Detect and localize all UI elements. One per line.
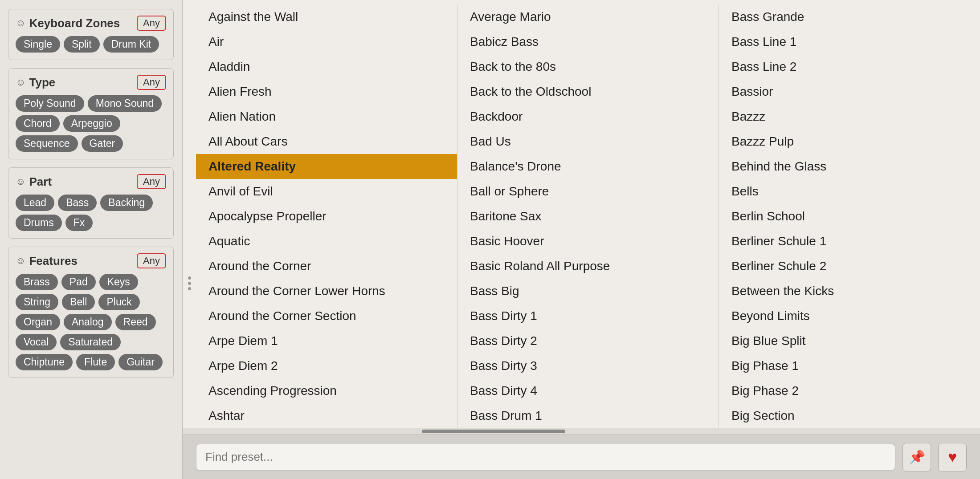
list-item[interactable]: Basic Hoover <box>457 229 719 254</box>
list-item[interactable]: Around the Corner Lower Horns <box>196 279 457 304</box>
list-item[interactable]: Balance's Drone <box>457 154 719 179</box>
list-item[interactable]: Bad Us <box>457 129 719 154</box>
tag-brass[interactable]: Brass <box>16 274 58 290</box>
tag-saturated[interactable]: Saturated <box>60 334 121 350</box>
tag-flute[interactable]: Flute <box>76 354 115 370</box>
tag-pad[interactable]: Pad <box>61 274 96 290</box>
list-item[interactable]: Bass Dirty 3 <box>457 353 719 378</box>
tag-lead[interactable]: Lead <box>16 195 54 211</box>
scroll-bar[interactable] <box>422 430 565 433</box>
list-item[interactable]: Babicz Bass <box>457 29 719 54</box>
list-item[interactable]: Bazzz Pulp <box>719 129 980 154</box>
list-item-selected[interactable]: Altered Reality <box>196 154 457 179</box>
list-item[interactable]: Bass Dirty 1 <box>457 304 719 329</box>
tag-organ[interactable]: Organ <box>16 314 60 330</box>
tag-arpeggio[interactable]: Arpeggio <box>63 115 120 132</box>
tag-gater[interactable]: Gater <box>82 135 123 152</box>
list-item[interactable]: Alien Nation <box>196 104 457 129</box>
part-icon: ☺ <box>16 176 25 187</box>
tag-drum-kit[interactable]: Drum Kit <box>103 36 159 53</box>
preset-column-1: Against the Wall Air Aladdin Alien Fresh… <box>196 4 457 428</box>
list-item[interactable]: Between the Kicks <box>719 279 980 304</box>
list-item[interactable]: Big Section <box>719 403 980 428</box>
list-item[interactable]: Berlin School <box>719 204 980 229</box>
list-item[interactable]: Basic Roland All Purpose <box>457 254 719 279</box>
list-item[interactable]: Aladdin <box>196 54 457 79</box>
list-item[interactable]: Backdoor <box>457 104 719 129</box>
list-item[interactable]: Behind the Glass <box>719 154 980 179</box>
keyboard-zones-tags: Single Split Drum Kit <box>16 36 166 53</box>
list-item[interactable]: Bassior <box>719 79 980 104</box>
list-item[interactable]: Ball or Sphere <box>457 179 719 204</box>
list-item[interactable]: Aquatic <box>196 229 457 254</box>
list-item[interactable]: Ascending Progression <box>196 378 457 403</box>
tag-string[interactable]: String <box>16 294 58 310</box>
tag-keys[interactable]: Keys <box>99 274 138 290</box>
features-icon: ☺ <box>16 255 25 267</box>
drag-handle[interactable] <box>183 4 196 428</box>
list-item[interactable]: Alien Fresh <box>196 79 457 104</box>
list-item[interactable]: Bass Dirty 2 <box>457 329 719 353</box>
list-item[interactable]: Average Mario <box>457 4 719 29</box>
tag-chiptune[interactable]: Chiptune <box>16 354 73 370</box>
list-item[interactable]: Big Phase 1 <box>719 353 980 378</box>
part-title: ☺ Part <box>16 175 52 189</box>
tag-sequence[interactable]: Sequence <box>16 135 78 152</box>
list-item[interactable]: Bass Big <box>457 279 719 304</box>
list-item[interactable]: Bass Grande <box>719 4 980 29</box>
pin-icon: 📌 <box>909 449 925 465</box>
tag-backing[interactable]: Backing <box>100 195 153 211</box>
list-item[interactable]: Bazzz <box>719 104 980 129</box>
tag-reed[interactable]: Reed <box>115 314 156 330</box>
tag-analog[interactable]: Analog <box>64 314 112 330</box>
list-item[interactable]: Back to the Oldschool <box>457 79 719 104</box>
features-any[interactable]: Any <box>137 253 166 268</box>
list-item[interactable]: Bass Line 1 <box>719 29 980 54</box>
type-any[interactable]: Any <box>137 75 166 90</box>
keyboard-zones-any[interactable]: Any <box>137 16 166 31</box>
list-item[interactable]: Arpe Diem 1 <box>196 329 457 353</box>
pin-button[interactable]: 📌 <box>902 443 931 471</box>
tag-bass[interactable]: Bass <box>58 195 97 211</box>
main-content: Against the Wall Air Aladdin Alien Fresh… <box>183 0 980 479</box>
tag-mono-sound[interactable]: Mono Sound <box>88 95 162 112</box>
list-item[interactable]: Berliner Schule 1 <box>719 229 980 254</box>
list-item[interactable]: Arpe Diem 2 <box>196 353 457 378</box>
list-item[interactable]: Big Phase 2 <box>719 378 980 403</box>
list-item[interactable]: Bells <box>719 179 980 204</box>
tag-fx[interactable]: Fx <box>65 215 93 231</box>
list-item[interactable]: Ashtar <box>196 403 457 428</box>
tag-drums[interactable]: Drums <box>16 215 62 231</box>
tag-chord[interactable]: Chord <box>16 115 60 132</box>
list-item[interactable]: Bass Dirty 4 <box>457 378 719 403</box>
keyboard-zones-section: ☺ Keyboard Zones Any Single Split Drum K… <box>8 9 174 60</box>
list-item[interactable]: Bass Line 2 <box>719 54 980 79</box>
list-item[interactable]: Bass Drum 1 <box>457 403 719 428</box>
tag-pluck[interactable]: Pluck <box>98 294 139 310</box>
tag-poly-sound[interactable]: Poly Sound <box>16 95 84 112</box>
list-item[interactable]: Apocalypse Propeller <box>196 204 457 229</box>
list-item[interactable]: Berliner Schule 2 <box>719 254 980 279</box>
search-input[interactable] <box>196 444 895 471</box>
tag-guitar[interactable]: Guitar <box>118 354 163 370</box>
list-item[interactable]: Big Blue Split <box>719 329 980 353</box>
list-item[interactable]: Anvil of Evil <box>196 179 457 204</box>
list-item[interactable]: Baritone Sax <box>457 204 719 229</box>
tag-bell[interactable]: Bell <box>62 294 95 310</box>
keyboard-zones-title: ☺ Keyboard Zones <box>16 16 120 30</box>
favorites-button[interactable]: ♥ <box>938 443 967 471</box>
features-section: ☺ Features Any Brass Pad Keys String Bel… <box>8 247 174 378</box>
part-tags: Lead Bass Backing Drums Fx <box>16 195 166 231</box>
list-item[interactable]: Air <box>196 29 457 54</box>
heart-icon: ♥ <box>948 448 957 466</box>
list-item[interactable]: All About Cars <box>196 129 457 154</box>
list-item[interactable]: Against the Wall <box>196 4 457 29</box>
tag-split[interactable]: Split <box>64 36 100 53</box>
list-item[interactable]: Around the Corner <box>196 254 457 279</box>
tag-vocal[interactable]: Vocal <box>16 334 57 350</box>
tag-single[interactable]: Single <box>16 36 60 53</box>
list-item[interactable]: Beyond Limits <box>719 304 980 329</box>
list-item[interactable]: Around the Corner Section <box>196 304 457 329</box>
part-any[interactable]: Any <box>137 174 166 189</box>
list-item[interactable]: Back to the 80s <box>457 54 719 79</box>
